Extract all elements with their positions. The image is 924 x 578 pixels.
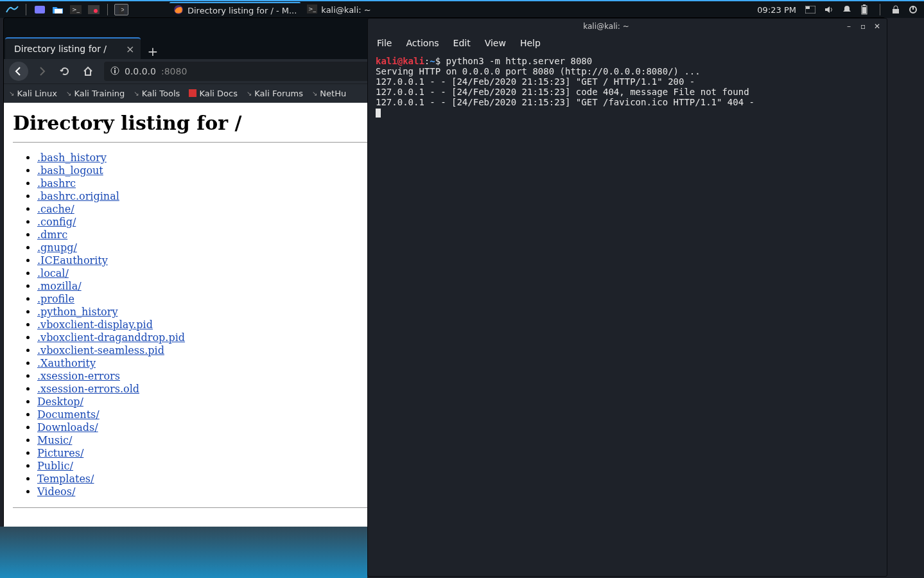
clock[interactable]: 09:23 PM (757, 5, 796, 15)
file-link[interactable]: .dmrc (37, 229, 67, 241)
tab-close-icon[interactable]: × (126, 43, 134, 55)
menu-actions[interactable]: Actions (406, 38, 439, 48)
file-link[interactable]: .bash_history (37, 152, 107, 164)
bookmark-icon: ↘ (312, 90, 317, 97)
terminal-menubar: FileActionsEditViewHelp (368, 34, 887, 52)
bookmark-icon: ↘ (9, 90, 14, 97)
file-link[interactable]: .vboxclient-draganddrop.pid (37, 331, 185, 344)
close-button[interactable]: ✕ (873, 22, 882, 31)
reload-button[interactable] (55, 62, 74, 81)
cursor (376, 109, 381, 118)
svg-rect-22 (189, 89, 196, 97)
workspace-switcher-icon[interactable] (805, 6, 815, 13)
svg-rect-0 (35, 6, 45, 13)
svg-rect-14 (863, 4, 866, 6)
file-link[interactable]: .vboxclient-seamless.pid (37, 344, 164, 356)
files-icon[interactable] (51, 4, 65, 15)
taskbar-terminal[interactable]: >_ kali@kali: ~ (303, 2, 374, 17)
new-tab-button[interactable]: + (141, 44, 164, 59)
bookmark-label: NetHu (320, 89, 346, 98)
show-desktop-icon[interactable] (33, 4, 47, 15)
power-icon[interactable] (909, 5, 918, 14)
svg-rect-16 (893, 9, 899, 13)
file-link[interactable]: .Xauthority (37, 357, 96, 369)
file-link[interactable]: .bash_logout (37, 164, 103, 177)
tab-active[interactable]: Directory listing for / × (5, 37, 141, 59)
file-link[interactable]: Downloads/ (37, 421, 98, 434)
bookmark-item[interactable]: ↘NetHu (312, 89, 346, 98)
site-info-icon[interactable] (110, 66, 119, 77)
file-link[interactable]: .python_history (37, 306, 118, 318)
prompt-path: ~ (430, 56, 435, 66)
terminal-titlebar[interactable]: kali@kali: ~ – ▫ ✕ (368, 19, 887, 34)
svg-rect-21 (114, 68, 116, 69)
svg-rect-1 (55, 9, 62, 13)
bookmark-icon: ↘ (66, 90, 71, 97)
taskbar-firefox[interactable]: Directory listing for / - M... (170, 2, 301, 17)
taskbar-terminal-thumb[interactable]: >_ (114, 4, 128, 15)
prompt-sym: $ (435, 56, 440, 66)
file-link[interactable]: .gnupg/ (37, 241, 77, 254)
file-link[interactable]: .local/ (37, 267, 69, 279)
kali-menu-icon[interactable] (5, 4, 19, 15)
lock-icon[interactable] (892, 5, 900, 14)
maximize-button[interactable]: ▫ (859, 22, 867, 31)
file-link[interactable]: .xsession-errors (37, 370, 120, 382)
url-host: 0.0.0.0 (125, 66, 156, 76)
svg-text:>_: >_ (72, 6, 80, 13)
file-link[interactable]: Public/ (37, 460, 73, 472)
file-link[interactable]: .mozilla/ (37, 280, 82, 292)
file-link[interactable]: .ICEauthority (37, 254, 108, 267)
bookmark-label: Kali Forums (254, 89, 303, 98)
file-link[interactable]: Videos/ (37, 486, 75, 498)
bookmark-item[interactable]: ↘Kali Training (66, 89, 125, 98)
file-link[interactable]: Pictures/ (37, 447, 83, 459)
svg-rect-18 (912, 6, 914, 10)
menu-file[interactable]: File (377, 38, 392, 48)
file-link[interactable]: Templates/ (37, 473, 94, 485)
command-text: python3 -m http.server 8080 (446, 56, 593, 66)
svg-text:>_: >_ (308, 6, 317, 12)
desktop-background-strip (0, 527, 367, 578)
menu-view[interactable]: View (485, 38, 506, 48)
back-button[interactable] (9, 62, 28, 81)
home-button[interactable] (78, 62, 98, 81)
file-link[interactable]: Music/ (37, 434, 72, 446)
file-link[interactable]: .xsession-errors.old (37, 383, 139, 395)
terminal-output[interactable]: kali@kali:~$ python3 -m http.server 8080… (368, 52, 887, 122)
bookmark-item[interactable]: ↘Kali Forums (247, 89, 303, 98)
bookmark-label: Kali Docs (199, 89, 238, 98)
bookmark-item[interactable]: ↘Kali Linux (9, 89, 57, 98)
svg-rect-12 (806, 6, 810, 9)
file-link[interactable]: Desktop/ (37, 396, 83, 408)
separator (107, 4, 108, 15)
kali-docs-icon (189, 89, 196, 98)
bookmark-item[interactable]: ↘Kali Tools (134, 89, 180, 98)
file-link[interactable]: Documents/ (37, 408, 100, 421)
notifications-icon[interactable] (842, 5, 851, 14)
file-link[interactable]: .vboxclient-display.pid (37, 319, 153, 331)
terminal-title: kali@kali: ~ (368, 22, 844, 31)
minimize-button[interactable]: – (844, 22, 853, 31)
bookmark-icon: ↘ (247, 90, 252, 97)
menu-edit[interactable]: Edit (453, 38, 471, 48)
file-link[interactable]: .config/ (37, 216, 76, 228)
bookmark-item[interactable]: Kali Docs (189, 89, 238, 98)
separator (26, 4, 26, 15)
cherrytree-icon[interactable] (87, 4, 101, 15)
battery-icon[interactable] (860, 4, 868, 15)
launcher-icons: >_ >_ (5, 4, 128, 15)
file-link[interactable]: .profile (37, 293, 74, 305)
volume-icon[interactable] (824, 5, 833, 14)
forward-button[interactable] (32, 62, 51, 81)
terminal-launcher-icon[interactable]: >_ (69, 4, 83, 15)
svg-rect-20 (114, 70, 116, 73)
menu-help[interactable]: Help (520, 38, 541, 48)
file-link[interactable]: .cache/ (37, 203, 74, 215)
bookmark-label: Kali Linux (17, 89, 57, 98)
bookmark-icon: ↘ (134, 90, 139, 97)
file-link[interactable]: .bashrc.original (37, 190, 119, 202)
terminal-icon: >_ (307, 4, 317, 15)
file-link[interactable]: .bashrc (37, 177, 76, 189)
svg-rect-15 (862, 7, 866, 13)
